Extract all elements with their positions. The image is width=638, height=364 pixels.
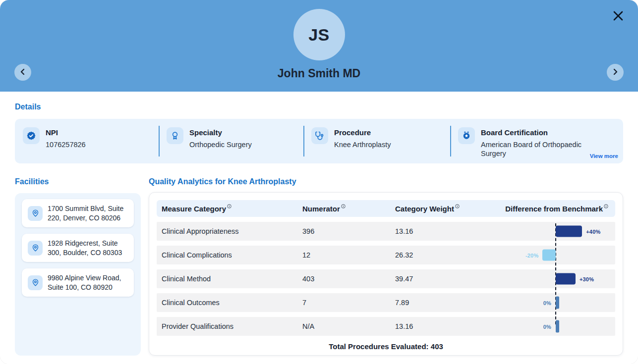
table-row: Clinical Complications 12 26.32 -20% (157, 246, 615, 264)
quality-analytics-table: Measure Category Numerator Category Weig… (149, 192, 623, 356)
medal-icon (167, 127, 183, 144)
info-icon[interactable] (604, 203, 608, 210)
detail-npi: NPI 1076257826 (15, 119, 159, 163)
numerator-cell: N/A (302, 322, 395, 330)
close-button[interactable] (610, 8, 626, 24)
category-weight-cell: 13.16 (395, 322, 499, 330)
column-header-measure-category: Measure Category (162, 204, 302, 213)
certification-badge-icon (458, 127, 475, 144)
close-icon (612, 10, 624, 23)
info-icon[interactable] (341, 203, 346, 210)
avatar-initials: JS (308, 25, 330, 45)
facility-address: 1928 Ridgecrest, Suite 300, Boulder, CO … (48, 239, 129, 257)
benchmark-bar-group: 0% (543, 320, 559, 333)
provider-profile-modal: JS John Smith MD Details (0, 0, 638, 364)
facility-address: 1700 Summit Blvd, Suite 220, Denver, CO … (48, 204, 129, 222)
detail-label: Procedure (334, 127, 391, 137)
facility-card[interactable]: 1700 Summit Blvd, Suite 220, Denver, CO … (22, 199, 134, 227)
details-heading: Details (15, 103, 41, 111)
detail-label: Specialty (189, 127, 252, 137)
chevron-right-icon (611, 68, 619, 77)
numerator-cell: 396 (302, 227, 395, 235)
measure-category-cell: Clinical Complications (162, 251, 302, 259)
facilities-panel: 1700 Summit Blvd, Suite 220, Denver, CO … (15, 193, 141, 356)
table-header-row: Measure Category Numerator Category Weig… (157, 200, 615, 217)
benchmark-value-label: -20% (525, 252, 538, 258)
info-icon[interactable] (227, 203, 232, 210)
category-weight-cell: 7.89 (395, 299, 499, 307)
benchmark-value-label: +40% (586, 228, 600, 234)
stethoscope-icon (311, 127, 328, 144)
column-header-category-weight: Category Weight (395, 204, 499, 213)
column-header-difference-from-benchmark: Difference from Benchmark (499, 204, 608, 213)
detail-value: Knee Arthroplasty (334, 140, 391, 149)
measure-category-cell: Clinical Appropriateness (162, 227, 302, 235)
table-row: Clinical Method 403 39.47 +30% (157, 269, 615, 288)
benchmark-bar (556, 273, 576, 285)
column-header-numerator: Numerator (302, 204, 395, 213)
view-more-link[interactable]: View more (590, 153, 618, 159)
total-procedures-evaluated: Total Procedures Evaluated: 403 (157, 342, 615, 351)
benchmark-bar-group: -20% (525, 250, 556, 261)
numerator-cell: 403 (302, 275, 395, 283)
location-pin-icon (28, 275, 43, 290)
provider-name: John Smith MD (0, 67, 638, 80)
measure-category-cell: Clinical Outcomes (162, 299, 302, 307)
detail-value: Orthopedic Surgery (189, 140, 252, 149)
measure-category-cell: Clinical Method (162, 275, 302, 283)
numerator-cell: 7 (302, 299, 395, 307)
facility-address: 9980 Alpine View Road, Suite 100, CO 809… (48, 273, 129, 292)
location-pin-icon (28, 241, 43, 256)
benchmark-value-label: 0% (543, 300, 551, 306)
detail-specialty: Specialty Orthopedic Surgery (159, 119, 303, 163)
benchmark-value-label: 0% (543, 323, 551, 329)
detail-value: American Board of Orthopaedic Surgery (481, 140, 605, 158)
table-row: Clinical Appropriateness 396 13.16 +40% (157, 222, 615, 241)
avatar: JS (293, 9, 345, 60)
benchmark-value-label: +30% (580, 276, 594, 282)
benchmark-bar-group: +30% (556, 273, 594, 285)
detail-label: Board Certification (481, 127, 605, 137)
next-provider-button[interactable] (607, 64, 624, 81)
measure-category-cell: Provider Qualifications (162, 322, 302, 330)
detail-board-certification: Board Certification American Board of Or… (450, 119, 623, 163)
table-row: Clinical Outcomes 7 7.89 0% (157, 293, 615, 312)
profile-header: JS John Smith MD (0, 0, 638, 92)
detail-procedure: Procedure Knee Arthroplasty (303, 119, 450, 163)
facility-card[interactable]: 9980 Alpine View Road, Suite 100, CO 809… (22, 268, 134, 297)
facility-card[interactable]: 1928 Ridgecrest, Suite 300, Boulder, CO … (22, 234, 134, 262)
category-weight-cell: 26.32 (395, 251, 499, 259)
table-row: Provider Qualifications N/A 13.16 0% (157, 317, 615, 336)
benchmark-bar-group: +40% (556, 226, 600, 237)
quality-analytics-heading: Quality Analytics for Knee Arthroplasty (149, 177, 296, 186)
benchmark-bar (556, 320, 559, 333)
facilities-heading: Facilities (15, 177, 49, 186)
previous-provider-button[interactable] (14, 64, 31, 81)
location-pin-icon (28, 206, 43, 221)
numerator-cell: 12 (302, 251, 395, 259)
benchmark-bar (556, 226, 582, 237)
benchmark-bar (542, 250, 556, 261)
chevron-left-icon (19, 68, 27, 77)
category-weight-cell: 39.47 (395, 275, 499, 283)
benchmark-bar-group: 0% (543, 297, 559, 309)
benchmark-bar (556, 297, 559, 309)
detail-label: NPI (46, 127, 86, 137)
details-card: NPI 1076257826 Specialty Orthopedic Surg… (15, 119, 623, 163)
verified-badge-icon (23, 127, 40, 144)
info-icon[interactable] (455, 203, 460, 210)
detail-value: 1076257826 (46, 140, 86, 149)
category-weight-cell: 13.16 (395, 227, 499, 235)
